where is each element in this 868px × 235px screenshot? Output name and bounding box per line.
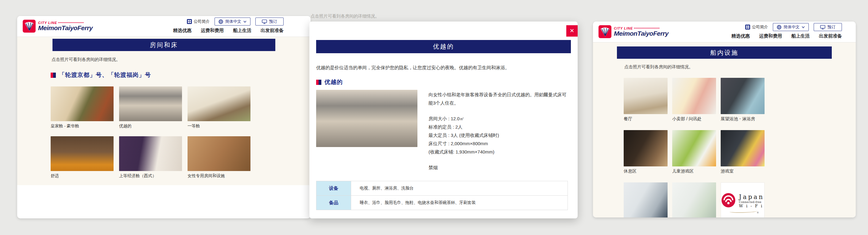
- facilities-page-panel: CITY LINE MeimonTaiyoFerry 公司简介: [593, 22, 856, 217]
- globe-icon: [777, 25, 781, 29]
- wifi-registered-mark: ®: [757, 211, 759, 214]
- monitor-icon: [262, 19, 267, 24]
- nav-fares[interactable]: 运费和费用: [759, 33, 782, 39]
- nav-fares[interactable]: 运费和费用: [201, 28, 224, 33]
- brand-name-text: MeimonTaiyoFerry: [38, 25, 93, 31]
- room-photo-superior: [119, 86, 182, 121]
- language-select[interactable]: 簡体中文: [215, 18, 250, 26]
- spec-folding-bed-size: (收藏式床铺: 1,930mm×740mm): [429, 148, 569, 156]
- facility-photo-lounge: [624, 130, 668, 166]
- facility-caption: 儿童游戏区: [672, 168, 716, 174]
- modal-section-heading: 优越的: [316, 78, 343, 86]
- table-value-equipment: 电视、厕所、淋浴房、洗脸台: [351, 181, 568, 195]
- facility-thumbnail-kids-room[interactable]: 儿童游戏区: [672, 130, 716, 174]
- rooms-page-panel: CITY LINE MeimonTaiyoFerry 公司简介: [17, 16, 311, 218]
- facility-thumbnail-lockers[interactable]: [672, 182, 716, 217]
- facility-thumbnail-lounge[interactable]: 休息区: [624, 130, 668, 174]
- room-grid: 皇家舱 - 豪华舱 优越的 一等舱 舒适 上等经济舱（西式） 女性专用房间和设施: [51, 86, 250, 179]
- room-caption: 女性专用房间和设施: [188, 173, 250, 179]
- modal-room-photo: [316, 90, 417, 147]
- page-title-facilities: 船内设施: [617, 47, 832, 59]
- room-caption: 皇家舱 - 豪华舱: [51, 123, 114, 129]
- nav-onboard-life[interactable]: 船上生活: [791, 33, 810, 39]
- spec-bed-size: 床位尺寸 : 2,000mm×800mm: [429, 139, 569, 148]
- grid-icon: [187, 19, 192, 24]
- modal-title: 优越的: [316, 40, 571, 53]
- site-header: CITY LINE MeimonTaiyoFerry 公司简介: [17, 16, 311, 37]
- intro-text: 点击照片可看到各房间的详细情况。: [52, 57, 120, 62]
- room-detail-modal: ✕ 优越的 优越的是价位适当的单间，完全保护您的隐私，让您度过安心的夜晚。优越的…: [309, 22, 578, 218]
- chevron-down-icon: [243, 21, 246, 23]
- room-thumbnail-ladies[interactable]: 女性专用房间和设施: [188, 136, 250, 179]
- facility-grid: 餐厅 小卖部 / 问讯处 展望浴池・淋浴房 休息区 儿童游戏区 游戏室: [624, 78, 765, 217]
- facility-caption: 游戏室: [721, 168, 765, 174]
- close-button[interactable]: ✕: [566, 25, 578, 36]
- wifi-logo-line3: W i - F i: [739, 204, 764, 208]
- japan-wifi-card: Japan Connected-free W i - F i ®: [721, 182, 765, 217]
- modal-description: 优越的是价位适当的单间，完全保护您的隐私，让您度过安心的夜晚。优越的有卫生间和淋…: [316, 65, 571, 71]
- room-specs: 房间大小 : 12.0㎡ 标准的定员 : 2人 最大定员 : 3人 (使用收藏式…: [429, 114, 569, 156]
- facility-thumbnail-shop[interactable]: 小卖部 / 问讯处: [672, 78, 716, 122]
- nav-before-departure[interactable]: 出发前准备: [260, 28, 284, 33]
- main-nav: 精选优惠 运费和费用 船上生活 出发前准备: [732, 33, 842, 39]
- table-row: 设备 电视、厕所、淋浴房、洗脸台: [316, 181, 568, 195]
- main-nav: 精选优惠 运费和费用 船上生活 出发前准备: [173, 28, 284, 33]
- spec-standard-capacity: 标准的定员 : 2人: [429, 123, 569, 131]
- nav-before-departure[interactable]: 出发前准备: [819, 33, 842, 39]
- room-caption: 优越的: [119, 123, 182, 129]
- room-caption: 上等经济舱（西式）: [119, 173, 182, 179]
- room-thumbnail-superior[interactable]: 优越的: [119, 86, 182, 129]
- booking-button[interactable]: 预订: [814, 23, 842, 31]
- grid-icon: [745, 25, 750, 29]
- facility-thumbnail-bath[interactable]: 展望浴池・淋浴房: [721, 78, 765, 122]
- room-photo-comfort: [51, 136, 114, 171]
- nav-deals[interactable]: 精选优惠: [173, 28, 191, 33]
- spec-room-size: 房间大小 : 12.0㎡: [429, 114, 569, 123]
- room-thumbnail-comfort[interactable]: 舒适: [51, 136, 114, 179]
- monitor-icon: [820, 25, 825, 29]
- room-thumbnail-first-class[interactable]: 一等舱: [188, 86, 250, 129]
- booking-button[interactable]: 预订: [255, 18, 284, 26]
- brand-logo[interactable]: CITY LINE MeimonTaiyoFerry: [598, 25, 669, 38]
- facility-photo-kids-room: [672, 130, 716, 166]
- facility-photo-vending: [624, 182, 668, 217]
- modal-detail-text: 向女性小组和老年旅客推荐设备齐全的日式优越的。用鉑爾曼式床可能3个人住在。: [429, 90, 569, 107]
- section-bullet-icon: [51, 73, 56, 78]
- brand-logo[interactable]: CITY LINE MeimonTaiyoFerry: [23, 20, 93, 33]
- table-label-supplies: 备品: [316, 195, 351, 210]
- table-label-equipment: 设备: [316, 181, 351, 195]
- wifi-logo-line2: Connected-free: [739, 201, 764, 204]
- room-caption: 舒适: [51, 173, 114, 179]
- company-profile-link[interactable]: 公司简介: [187, 19, 210, 24]
- nav-onboard-life[interactable]: 船上生活: [233, 28, 251, 33]
- room-photo-tourist-western: [119, 136, 182, 171]
- brand-squiggle: [634, 28, 660, 29]
- room-photo-royal: [51, 86, 114, 121]
- spec-max-capacity: 最大定员 : 3人 (使用收藏式床铺时): [429, 131, 569, 139]
- language-select[interactable]: 簡体中文: [773, 23, 809, 31]
- table-row: 备品 睡衣、浴巾、脸用毛巾、拖鞋、电烧水壶和茶碗茶杯、牙刷套装: [316, 195, 568, 210]
- facility-thumbnail-game-room[interactable]: 游戏室: [721, 130, 765, 174]
- wifi-logo-line1: Japan: [739, 193, 764, 201]
- facility-photo-bath: [721, 78, 765, 114]
- facility-caption: 展望浴池・淋浴房: [721, 116, 765, 122]
- facility-caption: 餐厅: [624, 116, 668, 122]
- room-thumbnail-royal[interactable]: 皇家舱 - 豪华舱: [51, 86, 114, 129]
- facility-caption: 休息区: [624, 168, 668, 174]
- company-profile-link[interactable]: 公司简介: [745, 24, 768, 30]
- brand-squiggle: [58, 22, 84, 23]
- brand-logo-icon: [598, 25, 611, 38]
- background-page-text: 点击照片可看到各房间的详细情况。: [311, 14, 379, 19]
- wifi-swoosh-decoration: [730, 210, 757, 213]
- nav-deals[interactable]: 精选优惠: [732, 33, 750, 39]
- facility-photo-game-room: [721, 130, 765, 166]
- room-thumbnail-tourist-western[interactable]: 上等经济舱（西式）: [119, 136, 182, 179]
- facility-thumbnail-wifi[interactable]: Japan Connected-free W i - F i ®: [721, 182, 765, 217]
- section-bullet-icon: [316, 80, 321, 85]
- ship-section-heading: 「轮渡京都」号、「轮渡福岗」号: [51, 71, 151, 79]
- brand-name-text: MeimonTaiyoFerry: [614, 30, 669, 37]
- page-title-rooms: 房间和床: [53, 39, 275, 51]
- facility-thumbnail-vending[interactable]: [624, 182, 668, 217]
- room-photo-first-class: [188, 86, 250, 121]
- facility-thumbnail-restaurant[interactable]: 餐厅: [624, 78, 668, 122]
